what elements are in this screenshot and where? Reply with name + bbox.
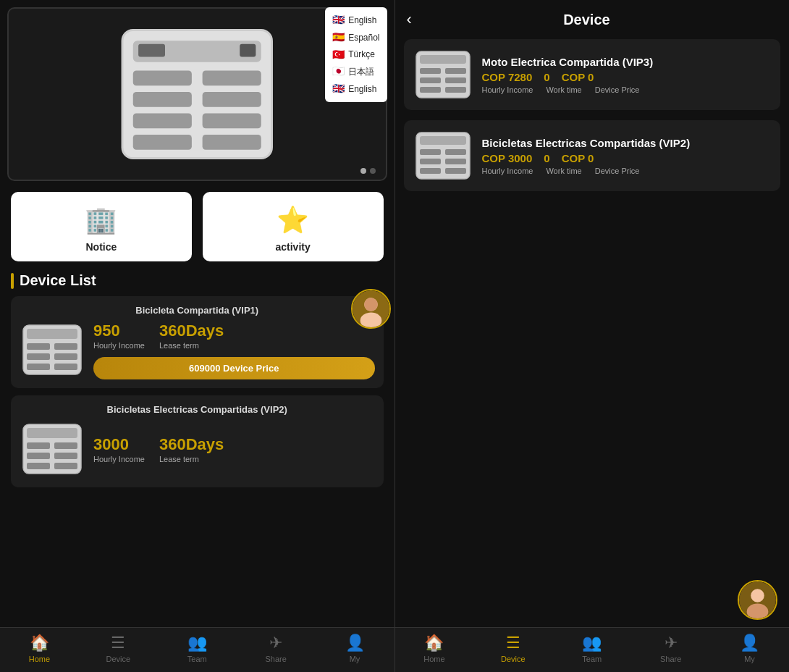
dot-1 [360,168,366,174]
lang-turkish[interactable]: 🇹🇷 Türkçe [332,46,379,64]
svg-rect-26 [27,442,50,449]
svg-rect-25 [27,428,77,438]
section-bar [11,273,14,289]
svg-rect-37 [445,77,466,83]
share-icon-left: ✈ [269,634,282,652]
nav-share-right[interactable]: ✈ Share [653,634,689,663]
svg-rect-47 [445,168,466,174]
right-bottom-nav: 🏠 Home ☰ Device 👥 Team ✈ Share 👤 My [395,627,790,672]
nav-share-label-right: Share [660,655,681,663]
right-hourly-label-vip3: Hourly Income [482,85,533,94]
svg-rect-28 [27,453,50,459]
svg-rect-23 [54,364,77,370]
carousel-dots [360,168,376,174]
svg-point-49 [751,589,764,602]
svg-rect-11 [138,44,165,57]
right-device-thumb-vip3 [414,49,472,100]
lang-label-espanol: Español [348,30,379,45]
flag-jp: 🇯🇵 [332,63,345,80]
device-thumb-vip2 [20,421,85,479]
section-title: Device List [11,272,384,289]
right-device-card-vip2[interactable]: Bicicletas Electricas Compartidas (VIP2)… [404,120,781,191]
svg-rect-43 [445,149,466,155]
nav-device-left[interactable]: ☰ Device [100,634,136,663]
lang-english2[interactable]: 🇬🇧 English [332,80,379,98]
flag-uk1: 🇬🇧 [332,12,345,29]
lang-japanese[interactable]: 🇯🇵 日本語 [332,63,379,80]
quick-actions: 🏢 Notice ⭐ activity [11,192,384,261]
nav-home-right[interactable]: 🏠 Home [416,634,452,663]
right-device-list: Moto Electrica Compartida (VIP3) COP 728… [395,39,790,576]
home-icon-right: 🏠 [424,634,444,652]
device-icon-left: ☰ [111,634,125,652]
right-hourly-val-vip3: COP 7280 [482,71,533,83]
nav-my-right[interactable]: 👤 My [732,634,768,663]
flag-uk2: 🇬🇧 [332,80,345,98]
lang-espanol[interactable]: 🇪🇸 Español [332,29,379,46]
nav-device-right[interactable]: ☰ Device [495,634,531,663]
device-card-vip1[interactable]: Bicicleta Compartida (VIP1) [11,296,384,388]
svg-rect-27 [54,442,77,449]
svg-rect-3 [203,71,261,86]
right-worktime-label-vip2r: Work time [546,167,581,175]
lease-term-vip2: 360Days Lease term [159,435,224,463]
lease-term-vip1: 360Days Lease term [159,322,224,350]
svg-rect-18 [27,343,50,350]
lang-english1[interactable]: 🇬🇧 English [332,12,379,29]
right-price-val-vip2r: COP 0 [562,152,594,164]
svg-rect-22 [27,364,50,370]
hourly-income-vip1: 950 Hourly Income [93,322,145,350]
back-button[interactable]: ‹ [407,10,412,29]
svg-rect-34 [420,68,441,74]
right-header: ‹ Device [395,0,790,39]
device-thumb-vip1 [20,322,85,379]
right-price-label-vip3: Device Price [595,85,640,94]
right-device-info-vip3: Moto Electrica Compartida (VIP3) COP 728… [482,56,771,94]
avatar-svg-vip1 [353,290,389,327]
device-name-vip2: Bicicletas Electricas Compartidas (VIP2) [20,404,375,415]
right-device-svg-vip3 [414,49,472,100]
nav-my-label-right: My [744,655,755,663]
nav-team-left[interactable]: 👥 Team [179,634,215,663]
nav-my-left[interactable]: 👤 My [337,634,373,663]
svg-rect-46 [420,168,441,174]
activity-card[interactable]: ⭐ activity [203,192,384,261]
home-icon-left: 🏠 [30,634,49,652]
right-device-name-vip3: Moto Electrica Compartida (VIP3) [482,56,771,68]
stats-row-vip2: 3000 Hourly Income 360Days Lease term [93,435,375,463]
nav-home-left[interactable]: 🏠 Home [21,634,57,663]
right-device-card-vip3[interactable]: Moto Electrica Compartida (VIP3) COP 728… [404,39,781,110]
right-device-name-vip2r: Bicicletas Electricas Compartidas (VIP2) [482,137,771,149]
price-button-vip1[interactable]: 609000 Device Price [93,357,375,379]
stats-row-vip1: 950 Hourly Income 360Days Lease term [93,322,375,350]
svg-rect-2 [133,71,192,86]
nav-my-label-left: My [350,655,360,663]
svg-rect-8 [133,135,192,150]
my-icon-left: 👤 [345,634,365,652]
svg-rect-10 [240,44,256,57]
notice-card[interactable]: 🏢 Notice [11,192,192,261]
language-selector[interactable]: 🇬🇧 English 🇪🇸 Español 🇹🇷 Türkçe 🇯🇵 日本語 🇬… [325,7,387,102]
right-avatar-float [738,580,777,620]
avatar-vip1 [351,289,391,329]
svg-rect-29 [54,453,77,459]
lang-label-english2: English [348,82,376,96]
right-hourly-val-vip2r: COP 3000 [482,152,533,164]
team-icon-right: 👥 [582,634,602,652]
svg-rect-20 [27,353,50,360]
device-card-body-vip2: 3000 Hourly Income 360Days Lease term [20,421,375,479]
nav-team-right[interactable]: 👥 Team [574,634,610,663]
svg-rect-39 [445,87,466,93]
right-hourly-label-vip2r: Hourly Income [482,167,533,175]
device-card-vip2[interactable]: Bicicletas Electricas Compartidas (VIP2) [11,395,384,487]
nav-share-left[interactable]: ✈ Share [258,634,294,663]
svg-rect-6 [133,114,192,129]
right-price-label-vip2r: Device Price [595,167,640,175]
svg-rect-45 [445,159,466,164]
right-worktime-val-vip2r: 0 [544,152,549,164]
svg-rect-38 [420,87,441,93]
right-avatar-svg [739,581,776,618]
right-stats-row-vip2r: COP 3000 0 COP 0 [482,152,771,164]
notice-label: Notice [85,241,117,253]
building-icon: 🏢 [85,205,117,235]
